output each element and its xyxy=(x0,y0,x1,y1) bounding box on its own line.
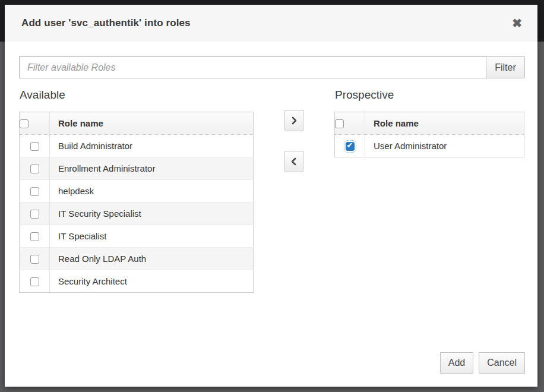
available-heading: Available xyxy=(20,87,254,103)
prospective-heading: Prospective xyxy=(335,87,524,103)
row-checkbox[interactable] xyxy=(30,277,39,286)
row-checkbox[interactable] xyxy=(30,165,39,173)
select-all-checkbox[interactable] xyxy=(335,119,344,128)
dialog-title: Add user 'svc_authentik' into roles xyxy=(21,17,191,29)
checkbox-header-cell xyxy=(20,112,50,135)
move-left-button[interactable] xyxy=(284,151,303,172)
role-name: Enrollment Administrator xyxy=(50,157,254,180)
row-checkbox[interactable] xyxy=(30,255,39,264)
table-row: Security Architect xyxy=(20,270,254,293)
filter-input[interactable] xyxy=(19,56,486,78)
table-row: User Administrator xyxy=(335,135,524,157)
row-checkbox[interactable] xyxy=(30,210,39,219)
checkbox-cell xyxy=(20,225,50,248)
filter-button[interactable]: Filter xyxy=(486,56,525,78)
dialog-body: Filter Available Prospective Role name B xyxy=(5,42,537,293)
table-row: Read Only LDAP Auth xyxy=(20,248,254,270)
checkbox-header-cell xyxy=(335,112,365,135)
role-name: IT Security Specialist xyxy=(50,203,254,225)
add-roles-dialog: Add user 'svc_authentik' into roles ✖ Fi… xyxy=(5,5,537,387)
cancel-button[interactable]: Cancel xyxy=(479,352,525,374)
available-roles-table: Role name Build AdministratorEnrollment … xyxy=(19,112,254,293)
prospective-roles-table: Role name User Administrator xyxy=(334,112,524,157)
add-button[interactable]: Add xyxy=(440,352,473,374)
close-icon[interactable]: ✖ xyxy=(512,17,522,29)
select-all-checkbox[interactable] xyxy=(20,119,29,128)
prospective-roles-section: Role name User Administrator xyxy=(334,112,524,293)
role-name: User Administrator xyxy=(365,135,524,157)
table-header-row: Role name xyxy=(335,112,524,135)
role-name: IT Specialist xyxy=(50,225,254,248)
role-name: helpdesk xyxy=(50,180,254,203)
dialog-footer: Add Cancel xyxy=(440,352,525,374)
table-row: helpdesk xyxy=(20,180,254,203)
chevron-right-icon xyxy=(290,116,298,125)
checkbox-cell xyxy=(20,135,50,157)
transfer-buttons xyxy=(254,110,334,293)
checkbox-cell xyxy=(20,270,50,293)
move-right-button[interactable] xyxy=(284,110,303,131)
role-name: Read Only LDAP Auth xyxy=(50,248,254,270)
checkbox-cell xyxy=(20,203,50,225)
column-header-role-name: Role name xyxy=(50,112,254,135)
row-checkbox[interactable] xyxy=(30,142,39,151)
checkbox-cell xyxy=(20,248,50,270)
available-roles-section: Role name Build AdministratorEnrollment … xyxy=(19,112,254,293)
checkbox-cell xyxy=(335,135,365,157)
table-row: Build Administrator xyxy=(20,135,254,157)
checkbox-cell xyxy=(20,180,50,203)
column-header-role-name: Role name xyxy=(365,112,524,135)
checkbox-cell xyxy=(20,157,50,180)
dialog-header: Add user 'svc_authentik' into roles ✖ xyxy=(5,5,537,42)
table-row: IT Security Specialist xyxy=(20,203,254,225)
table-row: Enrollment Administrator xyxy=(20,157,254,180)
table-row: IT Specialist xyxy=(20,225,254,248)
table-header-row: Role name xyxy=(20,112,254,135)
filter-group: Filter xyxy=(19,56,525,78)
chevron-left-icon xyxy=(290,157,298,166)
role-name: Build Administrator xyxy=(50,135,254,157)
role-name: Security Architect xyxy=(50,270,254,293)
row-checkbox[interactable] xyxy=(346,142,355,151)
row-checkbox[interactable] xyxy=(30,232,39,241)
dual-list-panel: Available Prospective Role name Build Ad… xyxy=(19,87,525,293)
row-checkbox[interactable] xyxy=(30,187,39,196)
